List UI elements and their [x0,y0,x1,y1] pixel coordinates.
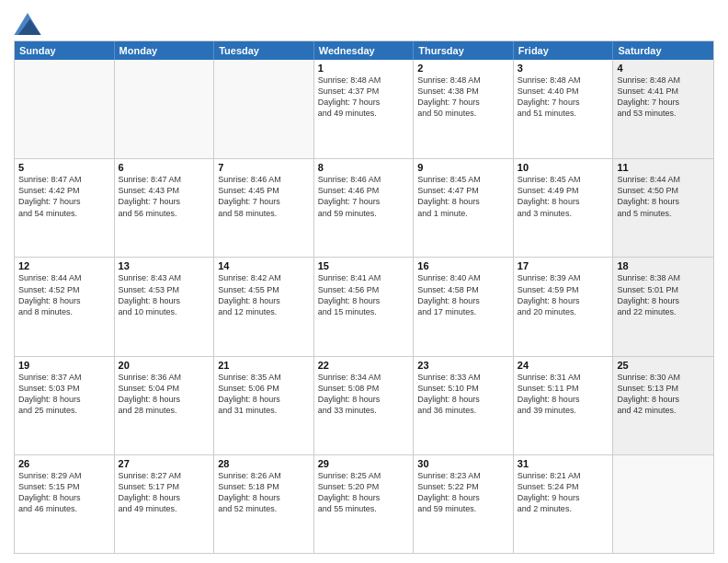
day-number: 16 [417,260,509,271]
calendar-header-row: SundayMondayTuesdayWednesdayThursdayFrid… [15,41,713,60]
header-day-sunday: Sunday [15,41,115,60]
logo-icon [14,13,41,35]
empty-cell [214,60,314,158]
day-cell-16: 16Sunrise: 8:40 AM Sunset: 4:58 PM Dayli… [414,258,514,355]
calendar-week-2: 5Sunrise: 8:47 AM Sunset: 4:42 PM Daylig… [15,158,713,257]
day-info: Sunrise: 8:29 AM Sunset: 5:15 PM Dayligh… [18,470,110,515]
day-info: Sunrise: 8:35 AM Sunset: 5:06 PM Dayligh… [218,372,310,417]
day-info: Sunrise: 8:48 AM Sunset: 4:40 PM Dayligh… [518,75,609,120]
calendar-body: 1Sunrise: 8:48 AM Sunset: 4:37 PM Daylig… [15,60,713,553]
day-info: Sunrise: 8:37 AM Sunset: 5:03 PM Dayligh… [18,372,110,417]
day-cell-13: 13Sunrise: 8:43 AM Sunset: 4:53 PM Dayli… [115,258,215,355]
day-number: 13 [119,260,210,271]
day-number: 26 [18,458,110,469]
day-info: Sunrise: 8:46 AM Sunset: 4:46 PM Dayligh… [318,174,410,219]
day-info: Sunrise: 8:44 AM Sunset: 4:50 PM Dayligh… [617,174,710,219]
day-cell-5: 5Sunrise: 8:47 AM Sunset: 4:42 PM Daylig… [15,159,115,257]
day-cell-4: 4Sunrise: 8:48 AM Sunset: 4:41 PM Daylig… [613,60,713,158]
day-info: Sunrise: 8:30 AM Sunset: 5:13 PM Dayligh… [617,372,710,417]
day-cell-14: 14Sunrise: 8:42 AM Sunset: 4:55 PM Dayli… [214,258,314,355]
header-day-saturday: Saturday [613,41,713,60]
day-cell-1: 1Sunrise: 8:48 AM Sunset: 4:37 PM Daylig… [314,60,415,158]
day-number: 15 [318,260,410,271]
day-cell-11: 11Sunrise: 8:44 AM Sunset: 4:50 PM Dayli… [613,159,713,257]
day-number: 20 [119,360,210,371]
calendar: SundayMondayTuesdayWednesdayThursdayFrid… [14,40,714,554]
day-number: 11 [617,162,710,173]
day-number: 12 [18,260,110,271]
day-info: Sunrise: 8:34 AM Sunset: 5:08 PM Dayligh… [318,372,410,417]
empty-cell [115,60,215,158]
day-number: 23 [417,360,509,371]
day-number: 22 [318,360,410,371]
day-cell-27: 27Sunrise: 8:27 AM Sunset: 5:17 PM Dayli… [115,455,215,553]
calendar-week-3: 12Sunrise: 8:44 AM Sunset: 4:52 PM Dayli… [15,257,713,355]
day-info: Sunrise: 8:33 AM Sunset: 5:10 PM Dayligh… [417,372,509,417]
day-number: 9 [417,162,509,173]
day-number: 27 [119,458,210,469]
day-cell-19: 19Sunrise: 8:37 AM Sunset: 5:03 PM Dayli… [15,357,115,454]
day-info: Sunrise: 8:43 AM Sunset: 4:53 PM Dayligh… [119,272,210,317]
day-info: Sunrise: 8:41 AM Sunset: 4:56 PM Dayligh… [318,272,410,317]
calendar-week-4: 19Sunrise: 8:37 AM Sunset: 5:03 PM Dayli… [15,356,713,454]
day-number: 19 [18,360,110,371]
logo [14,13,43,35]
day-number: 28 [218,458,310,469]
day-number: 24 [518,360,609,371]
day-info: Sunrise: 8:38 AM Sunset: 5:01 PM Dayligh… [617,272,710,317]
header-day-tuesday: Tuesday [214,41,314,60]
day-cell-24: 24Sunrise: 8:31 AM Sunset: 5:11 PM Dayli… [514,357,614,454]
day-info: Sunrise: 8:48 AM Sunset: 4:41 PM Dayligh… [617,75,710,120]
day-number: 10 [518,162,609,173]
day-info: Sunrise: 8:45 AM Sunset: 4:49 PM Dayligh… [518,174,609,219]
empty-cell [15,60,115,158]
day-number: 18 [617,260,710,271]
day-number: 6 [119,162,210,173]
day-cell-9: 9Sunrise: 8:45 AM Sunset: 4:47 PM Daylig… [414,159,514,257]
day-info: Sunrise: 8:27 AM Sunset: 5:17 PM Dayligh… [119,470,210,515]
header-day-thursday: Thursday [414,41,514,60]
day-info: Sunrise: 8:36 AM Sunset: 5:04 PM Dayligh… [119,372,210,417]
day-info: Sunrise: 8:48 AM Sunset: 4:37 PM Dayligh… [318,75,410,120]
day-cell-22: 22Sunrise: 8:34 AM Sunset: 5:08 PM Dayli… [314,357,415,454]
day-cell-26: 26Sunrise: 8:29 AM Sunset: 5:15 PM Dayli… [15,455,115,553]
day-cell-29: 29Sunrise: 8:25 AM Sunset: 5:20 PM Dayli… [314,455,415,553]
day-cell-12: 12Sunrise: 8:44 AM Sunset: 4:52 PM Dayli… [15,258,115,355]
day-number: 3 [518,63,609,74]
day-cell-30: 30Sunrise: 8:23 AM Sunset: 5:22 PM Dayli… [414,455,514,553]
day-cell-3: 3Sunrise: 8:48 AM Sunset: 4:40 PM Daylig… [514,60,614,158]
day-cell-6: 6Sunrise: 8:47 AM Sunset: 4:43 PM Daylig… [115,159,215,257]
day-cell-15: 15Sunrise: 8:41 AM Sunset: 4:56 PM Dayli… [314,258,415,355]
day-number: 1 [318,63,410,74]
day-info: Sunrise: 8:44 AM Sunset: 4:52 PM Dayligh… [18,272,110,317]
day-cell-25: 25Sunrise: 8:30 AM Sunset: 5:13 PM Dayli… [613,357,713,454]
day-info: Sunrise: 8:23 AM Sunset: 5:22 PM Dayligh… [417,470,509,515]
calendar-week-1: 1Sunrise: 8:48 AM Sunset: 4:37 PM Daylig… [15,60,713,158]
day-cell-28: 28Sunrise: 8:26 AM Sunset: 5:18 PM Dayli… [214,455,314,553]
day-number: 30 [417,458,509,469]
header-day-wednesday: Wednesday [314,41,415,60]
day-info: Sunrise: 8:42 AM Sunset: 4:55 PM Dayligh… [218,272,310,317]
day-cell-10: 10Sunrise: 8:45 AM Sunset: 4:49 PM Dayli… [514,159,614,257]
day-cell-18: 18Sunrise: 8:38 AM Sunset: 5:01 PM Dayli… [613,258,713,355]
empty-cell [613,455,713,553]
day-number: 5 [18,162,110,173]
day-number: 14 [218,260,310,271]
day-number: 8 [318,162,410,173]
day-info: Sunrise: 8:47 AM Sunset: 4:43 PM Dayligh… [119,174,210,219]
day-info: Sunrise: 8:45 AM Sunset: 4:47 PM Dayligh… [417,174,509,219]
day-number: 4 [617,63,710,74]
header-day-friday: Friday [514,41,614,60]
day-cell-31: 31Sunrise: 8:21 AM Sunset: 5:24 PM Dayli… [514,455,614,553]
day-info: Sunrise: 8:40 AM Sunset: 4:58 PM Dayligh… [417,272,509,317]
day-info: Sunrise: 8:21 AM Sunset: 5:24 PM Dayligh… [518,470,609,515]
day-number: 21 [218,360,310,371]
day-info: Sunrise: 8:48 AM Sunset: 4:38 PM Dayligh… [417,75,509,120]
header-day-monday: Monday [115,41,215,60]
day-cell-23: 23Sunrise: 8:33 AM Sunset: 5:10 PM Dayli… [414,357,514,454]
day-info: Sunrise: 8:46 AM Sunset: 4:45 PM Dayligh… [218,174,310,219]
calendar-week-5: 26Sunrise: 8:29 AM Sunset: 5:15 PM Dayli… [15,454,713,553]
day-cell-2: 2Sunrise: 8:48 AM Sunset: 4:38 PM Daylig… [414,60,514,158]
day-number: 17 [518,260,609,271]
day-cell-8: 8Sunrise: 8:46 AM Sunset: 4:46 PM Daylig… [314,159,415,257]
